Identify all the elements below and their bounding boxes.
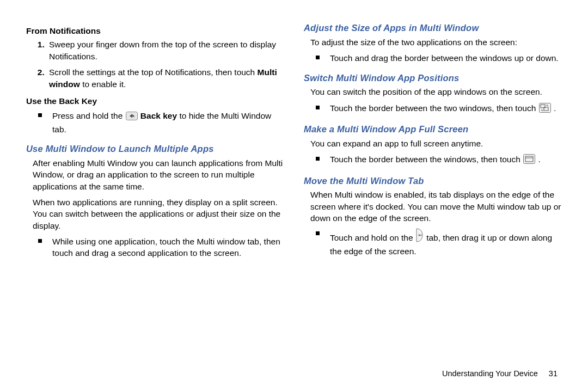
heading-from-notifications: From Notifications [26,25,284,36]
launch-bullets: While using one application, touch the M… [26,236,284,259]
footer-page-number: 31 [549,369,558,378]
back-key-icon [126,112,138,123]
step-text: Scroll the settings at the top of Notifi… [49,68,258,77]
fullscreen-icon [523,154,535,167]
step-text: Sweep your finger down from the top of t… [49,40,276,60]
adjust-bullets: Touch and drag the border between the wi… [304,52,562,64]
bullet-text-lead: Touch and hold on the [330,233,415,242]
bullet-text-lead: Press and hold the [52,111,125,120]
bullet-text: Touch and drag the border between the wi… [330,53,559,63]
svg-point-7 [418,235,420,236]
move-bullets: Touch and hold on the tab, then drag it … [304,228,562,257]
back-key-bold: Back key [138,111,177,120]
step-text-tail: to enable it. [80,79,126,89]
list-item: Touch and drag the border between the wi… [324,52,562,64]
bullet-text-tail: . [536,155,541,164]
bullet-text-lead: Touch the border between the windows, th… [330,155,523,164]
heading-switch-positions: Switch Multi Window App Positions [304,72,562,84]
heading-full-screen: Make a Multi Window App Full Screen [304,123,562,136]
right-column: Adjust the Size of Apps in Multi Window … [304,22,562,376]
heading-adjust-size: Adjust the Size of Apps in Multi Window [304,22,562,34]
switch-bullets: Touch the border between the two windows… [304,102,562,115]
move-paragraph: When Multi window is enabled, its tab di… [310,189,562,224]
footer-section: Understanding Your Device [442,369,538,378]
bullet-text: While using one application, touch the M… [52,237,280,258]
bullet-text-tail: . [552,103,556,113]
page-footer: Understanding Your Device 31 [442,369,558,378]
list-item: Touch the border between the windows, th… [324,154,562,167]
full-paragraph: You can expand an app to full screen any… [310,138,562,149]
manual-page: From Notifications Sweep your finger dow… [0,0,588,392]
heading-move-tab: Move the Multi Window Tab [304,175,562,187]
heading-launch-multiple-apps: Use Multi Window to Launch Multiple Apps [26,143,284,155]
adjust-paragraph: To adjust the size of the two applicatio… [310,36,562,48]
launch-paragraph-2: When two applications are running, they … [33,197,284,231]
launch-paragraph-1: After enabling Multi Window you can laun… [33,157,284,192]
notification-steps: Sweep your finger down from the top of t… [26,39,284,90]
switch-paragraph: You can switch the position of the app w… [310,86,562,97]
swap-windows-icon [539,103,551,115]
list-item: Press and hold the Back key to hide the … [47,110,284,135]
list-item: While using one application, touch the M… [47,236,284,259]
list-item: Scroll the settings at the top of Notifi… [47,66,284,90]
tab-handle-icon [416,228,424,245]
full-bullets: Touch the border between the windows, th… [304,154,562,167]
left-column: From Notifications Sweep your finger dow… [26,22,284,376]
list-item: Sweep your finger down from the top of t… [47,39,284,62]
heading-use-back-key: Use the Back Key [26,95,284,107]
back-key-bullets: Press and hold the Back key to hide the … [26,110,284,135]
list-item: Touch the border between the two windows… [324,102,562,115]
list-item: Touch and hold on the tab, then drag it … [324,228,562,257]
bullet-text-lead: Touch the border between the two windows… [330,103,538,113]
